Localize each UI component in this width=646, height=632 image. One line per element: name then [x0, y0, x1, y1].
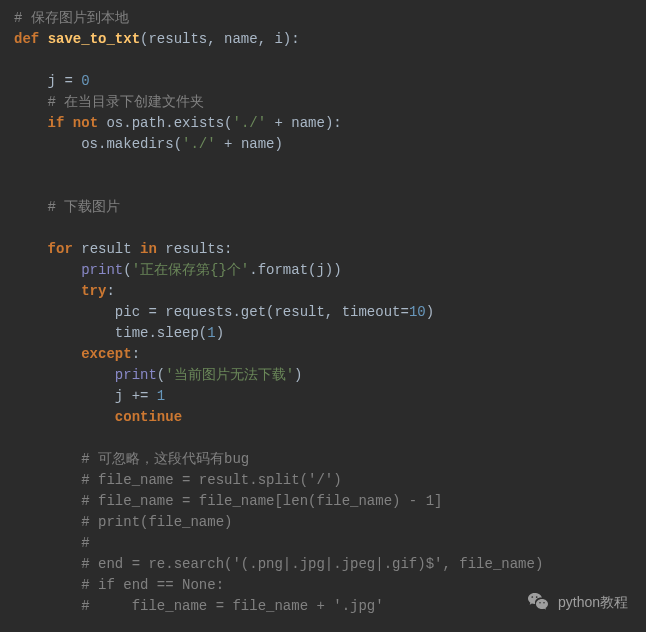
function-name: save_to_txt [48, 31, 140, 47]
keyword-def: def [14, 31, 39, 47]
comment: # 下载图片 [48, 199, 121, 215]
wechat-icon [526, 590, 550, 614]
watermark-text: python教程 [558, 592, 628, 613]
comment: # if end == None: [81, 577, 224, 593]
comment: # end = re.search('(.png|.jpg|.jpeg|.gif… [81, 556, 543, 572]
comment: # 保存图片到本地 [14, 10, 129, 26]
var-j: j [48, 73, 56, 89]
comment: # [81, 535, 89, 551]
code-editor: # 保存图片到本地 def save_to_txt(results, name,… [0, 0, 646, 632]
comment: # 可忽略，这段代码有bug [81, 451, 249, 467]
comment: # print(file_name) [81, 514, 232, 530]
comment: # file_name = result.split('/') [81, 472, 341, 488]
comment: # file_name = file_name + '.jpg' [81, 598, 383, 614]
comment: # 在当目录下创建文件夹 [48, 94, 205, 110]
watermark: python教程 [526, 590, 628, 614]
params: (results, name, i): [140, 31, 300, 47]
comment: # file_name = file_name[len(file_name) -… [81, 493, 442, 509]
